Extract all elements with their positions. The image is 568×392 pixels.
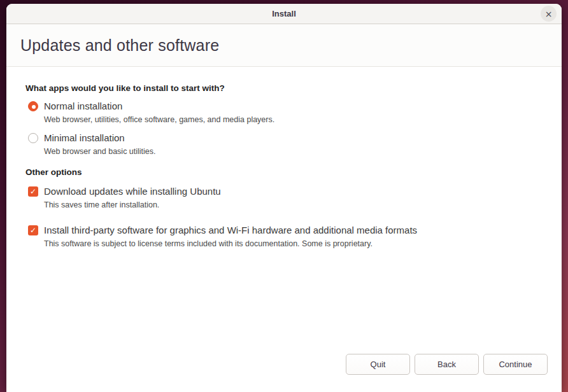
- radio-label: Normal installation: [44, 101, 122, 111]
- radio-description: Web browser and basic utilities.: [44, 147, 548, 156]
- checkbox-label: Install third-party software for graphic…: [44, 225, 417, 235]
- window-title: Install: [272, 9, 296, 18]
- checkbox-label: Download updates while installing Ubuntu: [44, 186, 221, 197]
- checkbox-checked-icon[interactable]: ✓: [28, 186, 38, 197]
- page-header: Updates and other software: [6, 24, 562, 67]
- continue-button[interactable]: Continue: [483, 354, 548, 375]
- checkbox-description: This saves time after installation.: [44, 200, 548, 209]
- checkbox-checked-icon[interactable]: ✓: [28, 225, 38, 235]
- installer-window: Install × Updates and other software Wha…: [6, 4, 562, 392]
- checkmark-icon: ✓: [30, 227, 36, 234]
- titlebar[interactable]: Install ×: [6, 4, 562, 24]
- quit-button[interactable]: Quit: [346, 354, 410, 375]
- desktop-background: Install × Updates and other software Wha…: [0, 0, 568, 392]
- navigation-footer: Quit Back Continue: [346, 354, 548, 375]
- radio-selected-icon[interactable]: [28, 101, 38, 111]
- radio-description: Web browser, utilities, office software,…: [44, 115, 548, 124]
- checkbox-third-party-software[interactable]: ✓ Install third-party software for graph…: [28, 225, 548, 235]
- radio-label: Minimal installation: [44, 132, 125, 143]
- radio-minimal-installation[interactable]: Minimal installation: [28, 132, 548, 143]
- close-button[interactable]: ×: [541, 6, 557, 22]
- checkmark-icon: ✓: [30, 188, 36, 195]
- checkbox-download-updates[interactable]: ✓ Download updates while installing Ubun…: [28, 186, 548, 197]
- radio-normal-installation[interactable]: Normal installation: [28, 101, 548, 111]
- checkbox-description: This software is subject to license term…: [44, 239, 548, 248]
- back-button[interactable]: Back: [415, 354, 479, 375]
- content-area: What apps would you like to install to s…: [6, 67, 562, 392]
- apps-question-heading: What apps would you like to install to s…: [25, 83, 548, 93]
- close-icon: ×: [545, 10, 553, 18]
- other-options-heading: Other options: [25, 167, 548, 177]
- radio-unselected-icon[interactable]: [28, 133, 38, 143]
- page-title: Updates and other software: [20, 36, 219, 55]
